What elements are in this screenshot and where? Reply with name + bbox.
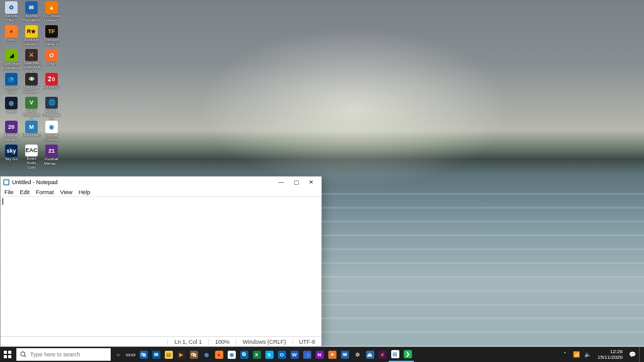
app-icon: sky	[5, 145, 18, 157]
status-enc: UTF-8	[292, 339, 322, 345]
taskbar-app-microsoft-store[interactable]: 🛍	[137, 347, 150, 362]
taskbar-app-outlook[interactable]: O	[275, 347, 288, 362]
search-input[interactable]	[30, 351, 107, 358]
taskbar-app-photos[interactable]: ⛰	[364, 347, 376, 362]
vscode-icon: ⧉	[240, 351, 248, 359]
taskbar-app-onenote[interactable]: N	[313, 347, 326, 362]
app-icon: 👁	[25, 73, 38, 85]
desktop-icon-sky-go[interactable]: skySky Go	[1, 145, 21, 168]
icon-label: Sky Go	[5, 157, 18, 162]
taskbar-app-teams[interactable]: 👥	[301, 347, 313, 362]
taskbar-app-mail[interactable]: ✉	[150, 347, 162, 362]
desktop-icon-firefox[interactable]: ●Firefox	[1, 25, 21, 49]
desktop-icon-origin[interactable]: OOrigin	[42, 49, 62, 73]
notepad-icon: ▤	[391, 350, 399, 358]
taskbar-app-vscode[interactable]: ⧉	[238, 347, 250, 362]
taskbar-app-settings[interactable]: ⚙	[351, 347, 364, 362]
text-caret	[3, 198, 3, 205]
minimize-button[interactable]: —	[274, 177, 289, 187]
icon-label: HITMAN 2	[43, 85, 60, 90]
show-desktop-button[interactable]	[639, 347, 643, 362]
taskbar-app-firefox[interactable]: ●	[213, 347, 225, 362]
taskbar-app-plex[interactable]: ▶	[175, 347, 187, 362]
desktop-icon-total-war-warhammer-ii[interactable]: ⚔Total War WARHAMMER II	[21, 49, 42, 73]
taskbar-app-chrome[interactable]: ◉	[225, 347, 238, 362]
app-icon: EAC	[25, 145, 38, 156]
desktop-icon-mobaxterm[interactable]: MMobaXterm	[21, 121, 42, 145]
menu-view[interactable]: View	[60, 189, 72, 195]
firefox-icon: ●	[215, 351, 223, 359]
wifi-icon[interactable]: 📶	[572, 350, 581, 359]
close-button[interactable]: ✕	[304, 177, 319, 187]
tray-chevron-icon[interactable]: ˄	[561, 350, 570, 359]
volume-icon[interactable]: 🔈	[584, 350, 592, 359]
desktop-icon-exact-audio-copy[interactable]: EACExact Audio Copy	[21, 145, 42, 168]
desktop-icon-google-chrome[interactable]: ◉Google Chrome	[42, 121, 62, 145]
notepad-menubar: File Edit Format View Help	[1, 188, 321, 197]
desktop-icon-rockstar-games[interactable]: R★Rockstar Games…	[21, 25, 42, 49]
desktop-icon-football-manag[interactable]: 21Football Manag…	[42, 145, 62, 168]
menu-file[interactable]: File	[4, 189, 14, 195]
taskbar-app-excel[interactable]: X	[250, 347, 263, 362]
desktop-icon-recycle-bin[interactable]: ♻Recycle Bin	[1, 1, 21, 25]
taskbar-app-cortana[interactable]: ○	[112, 347, 125, 362]
app-icon: 21	[45, 145, 58, 157]
icon-label: Football Manag…	[42, 157, 61, 166]
start-button[interactable]	[0, 347, 15, 362]
status-lncol: Ln 1, Col 1	[167, 339, 208, 345]
clock-time: 12:28	[597, 349, 623, 354]
taskbar-app-task-view[interactable]: ▭▭	[125, 347, 137, 362]
notepad-titlebar[interactable]: Untitled - Notepad — ▢ ✕	[1, 177, 321, 188]
taskbar-search[interactable]	[16, 348, 111, 361]
settings-icon: ⚙	[353, 351, 362, 359]
menu-edit[interactable]: Edit	[20, 189, 30, 195]
app-icon: 2̄0	[45, 73, 58, 85]
desktop-icon-grand-theft-auto-v[interactable]: VGrand Theft Auto V	[21, 97, 42, 121]
svg-rect-1	[8, 351, 11, 354]
desktop-icon-geforce-experience[interactable]: ◢GeForce Experience	[1, 49, 21, 73]
taskbar-app-notepad[interactable]: ▤	[389, 347, 401, 362]
svg-rect-0	[4, 351, 7, 354]
icon-label: The Elder Scrolls…	[22, 85, 41, 94]
desktop-icon-microsoft-edge[interactable]: ◔Microsoft Edge	[1, 73, 21, 97]
taskbar-app-file-explorer[interactable]: 🗂	[162, 347, 175, 362]
desktop-icon-hitman-2[interactable]: 2̄0HITMAN 2	[42, 73, 62, 97]
menu-help[interactable]: Help	[79, 189, 91, 195]
icon-label: Steam	[6, 109, 16, 114]
taskbar-app-spotify[interactable]: ❯	[401, 347, 414, 362]
app-icon: ✉	[25, 1, 38, 14]
photos-icon: ⛰	[366, 351, 374, 359]
taskbar-app-skype[interactable]: S	[263, 347, 275, 362]
icon-label: Microsoft Edge	[2, 85, 21, 94]
taskbar-app-steam[interactable]: ◎	[200, 347, 213, 362]
word-icon: W	[291, 351, 299, 359]
taskbar-app-slack[interactable]: #	[376, 347, 389, 362]
desktop[interactable]: ♻Recycle Bin✉Mozilla Thunderbird▲VLC med…	[0, 0, 644, 362]
desktop-icon-transport-fever-2[interactable]: TFTransport Fever 2	[42, 25, 62, 49]
chrome-icon: ◉	[228, 351, 236, 359]
desktop-icon-vlc-media-player[interactable]: ▲VLC media player	[42, 1, 62, 25]
maximize-button[interactable]: ▢	[289, 177, 304, 187]
icon-label: MobaXterm	[22, 133, 41, 138]
menu-format[interactable]: Format	[36, 189, 54, 195]
app-icon: R★	[25, 25, 38, 38]
taskbar-app-thunderbird[interactable]: ✉	[338, 347, 351, 362]
taskbar-app-word[interactable]: W	[288, 347, 301, 362]
desktop-icon-football-manag[interactable]: 20Football Manag…	[1, 121, 21, 145]
desktop-icon-steam[interactable]: ◎Steam	[1, 97, 21, 121]
outlook-icon: O	[278, 351, 286, 359]
icon-label: Grand Theft Auto V	[22, 109, 41, 121]
app-icon: O	[45, 49, 58, 62]
desktop-icon-europa-universalis-iv[interactable]: 🌐Europa Universalis IV	[42, 97, 62, 121]
notepad-text-area[interactable]	[1, 197, 321, 336]
notifications-icon[interactable]: 💬	[628, 350, 636, 359]
taskbar-app-shopping[interactable]: 🛍	[187, 347, 200, 362]
app-icon: ●	[5, 25, 18, 38]
taskbar-clock[interactable]: 12:28 15/11/2020	[595, 349, 625, 360]
desktop-icon-mozilla-thunderbird[interactable]: ✉Mozilla Thunderbird	[21, 1, 42, 25]
svg-point-4	[21, 352, 25, 356]
desktop-icon-the-elder-scrolls[interactable]: 👁The Elder Scrolls…	[21, 73, 42, 97]
plex-icon: ▶	[177, 351, 186, 359]
taskbar-app-tableau[interactable]: ✦	[326, 347, 338, 362]
notepad-window[interactable]: Untitled - Notepad — ▢ ✕ File Edit Forma…	[0, 176, 322, 347]
